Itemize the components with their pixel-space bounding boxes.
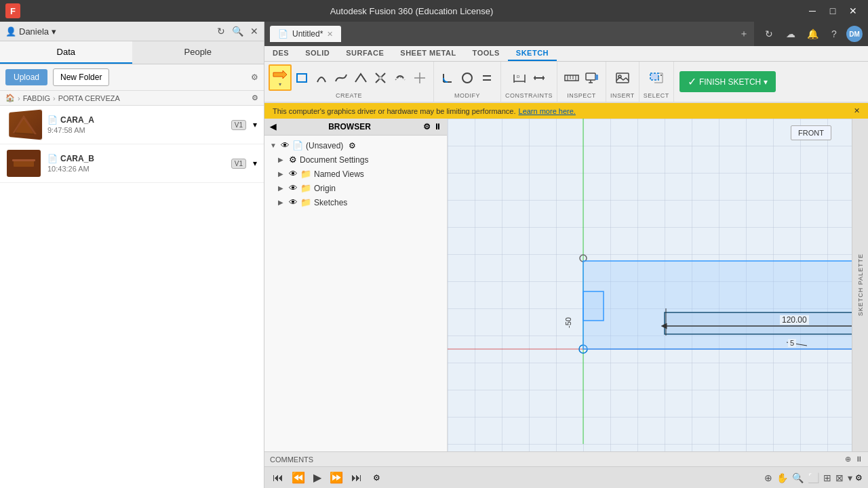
cloud-icon[interactable]: ☁: [781, 24, 800, 43]
version-badge[interactable]: V1: [231, 120, 246, 130]
visibility-icon[interactable]: 👁: [281, 140, 290, 150]
visibility-icon[interactable]: 👁: [289, 169, 298, 179]
create-project-button[interactable]: [410, 69, 429, 87]
app-logo: F: [5, 3, 20, 18]
close-panel-icon[interactable]: ✕: [250, 26, 258, 37]
tree-item-origin[interactable]: ▶ 👁 📁 Origin: [264, 181, 447, 195]
create-conic-button[interactable]: [351, 69, 370, 87]
comments-bar: COMMENTS ⊕ ⏸: [264, 451, 868, 466]
constraints-label: CONSTRAINTS: [505, 91, 553, 99]
doc-tab-untitled[interactable]: 📄 Untitled* ✕: [270, 26, 341, 42]
settings-gear-icon[interactable]: ⚙: [855, 473, 863, 483]
avatar[interactable]: DM: [846, 26, 863, 42]
sync-icon[interactable]: ↻: [760, 24, 778, 43]
collapse-browser-icon[interactable]: ◀: [270, 122, 276, 131]
tab-data[interactable]: Data: [0, 41, 132, 64]
tree-item-named-views[interactable]: ▶ 👁 📁 Named Views: [264, 167, 447, 181]
section-sheet-metal[interactable]: SHEET METAL: [392, 46, 464, 61]
help-icon[interactable]: ?: [825, 24, 844, 43]
playback-prev-button[interactable]: ⏪: [289, 471, 308, 484]
playback-play-button[interactable]: ▶: [311, 471, 324, 484]
create-line-button[interactable]: ▾: [269, 64, 292, 91]
section-surface[interactable]: SURFACE: [338, 46, 392, 61]
home-icon[interactable]: 🏠: [5, 94, 15, 102]
modify-equal-button[interactable]: [477, 69, 496, 87]
add-tab-button[interactable]: ＋: [739, 28, 749, 40]
visibility-icon[interactable]: 👁: [289, 183, 298, 193]
list-item[interactable]: 📄 CARA_A 9:47:58 AM V1 ▾: [0, 106, 264, 144]
select-window-button[interactable]: [647, 68, 666, 87]
grid-options-icon[interactable]: ⊠: [835, 472, 844, 483]
toolbar-sections: DES SOLID SURFACE SHEET METAL TOOLS SKET…: [264, 46, 868, 61]
notification-icon[interactable]: 🔔: [803, 24, 822, 43]
visibility-icon[interactable]: 👁: [289, 197, 298, 207]
create-trim-button[interactable]: [371, 69, 390, 87]
browser-settings-icon[interactable]: ⚙: [423, 122, 431, 131]
toolbar-container: DES SOLID SURFACE SHEET METAL TOOLS SKET…: [264, 46, 868, 102]
viewport[interactable]: 120.00 5 0.8 -50 FRONT: [448, 119, 852, 451]
add-comment-icon[interactable]: ⊕: [845, 455, 851, 464]
refresh-icon[interactable]: ↻: [217, 26, 225, 37]
left-header: 👤 Daniela ▾ ↻ 🔍 ✕: [0, 22, 264, 41]
window-controls[interactable]: ─ □ ✕: [803, 1, 863, 20]
playback-next-button[interactable]: ⏩: [327, 471, 346, 484]
svg-rect-44: [665, 312, 852, 334]
create-offset-button[interactable]: [391, 69, 410, 87]
inspect-display-button[interactable]: [583, 68, 601, 87]
constraint-line-button[interactable]: [530, 69, 549, 87]
section-solid[interactable]: SOLID: [297, 46, 338, 61]
inspect-measure-button[interactable]: [561, 68, 582, 88]
playback-first-button[interactable]: ⏮: [270, 472, 286, 484]
tree-label: (Unsaved): [306, 141, 343, 150]
list-item[interactable]: 📄 CARA_B 10:43:26 AM V1 ▾: [0, 144, 264, 183]
finish-sketch-button[interactable]: ✓ FINISH SKETCH ▾: [679, 71, 776, 92]
modify-circle-button[interactable]: [458, 69, 477, 87]
section-tools[interactable]: TOOLS: [465, 46, 508, 61]
section-design[interactable]: DES: [264, 46, 297, 61]
create-spline-button[interactable]: [332, 69, 351, 87]
doc-tab-close-icon[interactable]: ✕: [327, 30, 333, 39]
orbit-icon[interactable]: ⊕: [764, 472, 772, 483]
tree-item-doc-settings[interactable]: ▶ ⚙ Document Settings: [264, 152, 447, 167]
maximize-button[interactable]: □: [823, 1, 842, 20]
breadcrumb-fabdig[interactable]: FABDIG: [23, 94, 50, 102]
unsaved-settings-icon[interactable]: ⚙: [349, 141, 356, 150]
dropdown-arrow-icon: ▾: [279, 81, 281, 87]
upload-button[interactable]: Upload: [5, 69, 47, 85]
insert-image-button[interactable]: [613, 68, 632, 87]
playback-last-button[interactable]: ⏭: [349, 472, 365, 484]
tab-people[interactable]: People: [132, 41, 264, 64]
version-badge[interactable]: V1: [231, 159, 246, 169]
breadcrumb-settings-icon[interactable]: ⚙: [252, 94, 258, 102]
create-rect-button[interactable]: [292, 69, 311, 87]
pan-icon[interactable]: ✋: [776, 472, 788, 483]
version-dropdown-icon[interactable]: ▾: [253, 120, 257, 129]
version-dropdown-icon[interactable]: ▾: [253, 159, 257, 168]
section-sketch[interactable]: SKETCH: [508, 46, 557, 61]
warning-link[interactable]: Learn more here.: [519, 107, 576, 115]
timeline-settings-icon[interactable]: ⚙: [373, 473, 380, 483]
search-icon[interactable]: 🔍: [232, 26, 243, 37]
tree-item-root[interactable]: ▼ 👁 📄 (Unsaved) ⚙: [264, 138, 447, 152]
close-button[interactable]: ✕: [844, 1, 863, 20]
sketch-palette-panel[interactable]: SKETCH PALETTE: [852, 119, 868, 451]
svg-marker-4: [273, 70, 287, 79]
view-mode-icon[interactable]: ⬜: [808, 472, 819, 483]
create-arc-button[interactable]: [312, 69, 331, 87]
user-info[interactable]: 👤 Daniela ▾: [5, 26, 56, 37]
warning-dismiss-icon[interactable]: ✕: [854, 106, 860, 115]
breadcrumb-porta-cerveza[interactable]: PORTA CERVEZA: [58, 94, 120, 102]
view-cube[interactable]: FRONT: [791, 125, 831, 140]
grid-icon[interactable]: ⊞: [823, 472, 831, 483]
tree-item-sketches[interactable]: ▶ 👁 📁 Sketches: [264, 195, 447, 209]
action-bar: Upload New Folder ⚙: [0, 64, 264, 91]
more-options-icon[interactable]: ▾: [848, 472, 852, 483]
minimize-button[interactable]: ─: [803, 1, 822, 20]
new-folder-button[interactable]: New Folder: [53, 68, 109, 86]
comments-collapse-icon[interactable]: ⏸: [855, 455, 863, 464]
modify-fillet-button[interactable]: [438, 69, 457, 87]
browser-expand-icon[interactable]: ⏸: [433, 122, 441, 131]
constraint-dimension-button[interactable]: D: [510, 69, 529, 87]
zoom-icon[interactable]: 🔍: [792, 472, 804, 483]
settings-icon[interactable]: ⚙: [251, 73, 258, 82]
